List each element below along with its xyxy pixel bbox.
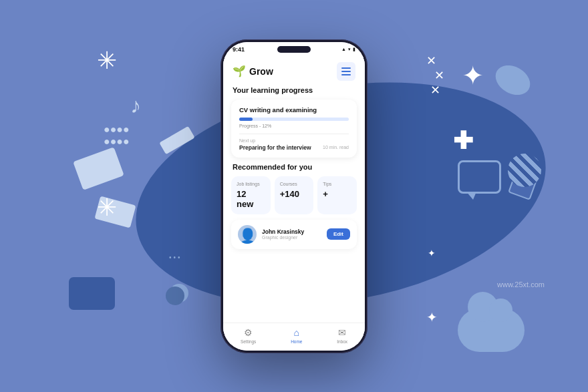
nav-home[interactable]: ⌂ Home: [291, 327, 302, 344]
avatar: 👤: [238, 225, 257, 244]
sparkle-icon-bl: ✳: [97, 194, 117, 222]
profile-info: John Krasinsky Graphic designer: [262, 228, 321, 240]
settings-icon: ⚙: [244, 327, 253, 338]
hamburger-icon: [341, 67, 351, 75]
divider: [239, 134, 349, 134]
progress-card: CV writing and examining Progress - 12% …: [231, 100, 357, 158]
next-up-row: Preparing for the interview 10 min. read: [239, 144, 349, 151]
rec-card-jobs[interactable]: Job listings 12 new: [231, 176, 271, 214]
menu-line-2: [341, 71, 351, 72]
bottom-nav: ⚙ Settings ⌂ Home ✉ Inbox: [223, 323, 365, 345]
menu-line-1: [341, 67, 351, 69]
wifi-icon: ▾: [348, 47, 351, 52]
rec-card-courses[interactable]: Courses +140: [275, 176, 314, 214]
sparkle-icon-tr: ✦: [462, 60, 484, 91]
rec-card-tips[interactable]: Tips +: [317, 176, 357, 214]
rec-card-jobs-value: 12 new: [237, 189, 265, 209]
signal-icon: ▲: [341, 47, 346, 51]
inbox-icon: ✉: [338, 327, 346, 338]
avatar-figure: 👤: [239, 229, 257, 244]
cross-icon-tr: ✕✕✕: [426, 53, 444, 97]
battery-icon: ▮: [353, 47, 355, 52]
watermark: www.25xt.com: [497, 280, 545, 288]
app-content: 🌱 Grow Your learning progress CV wri: [223, 55, 365, 345]
rec-card-jobs-label: Job listings: [237, 182, 265, 186]
diamond-icon-sm: ✦: [428, 248, 436, 258]
music-icon: ♪: [130, 93, 141, 118]
phone-frame: 9:41 ▲ ▾ ▮ 🌱 Grow: [220, 39, 368, 353]
app-logo: 🌱 Grow: [233, 65, 273, 77]
dots-right: •••: [169, 254, 182, 261]
striped-ball-decoration: [508, 154, 541, 187]
progress-bar-track: [239, 118, 349, 121]
profile-role: Graphic designer: [262, 235, 321, 240]
logo-icon: 🌱: [233, 65, 246, 77]
progress-section-title: Your learning progress: [223, 86, 365, 100]
dynamic-island: [277, 46, 311, 53]
profile-card: 👤 John Krasinsky Graphic designer Edit: [231, 220, 357, 249]
rec-card-tips-label: Tips: [323, 182, 351, 186]
chat-bubble-left: [67, 275, 117, 312]
moon-decoration: [166, 286, 184, 305]
nav-settings-label: Settings: [241, 339, 257, 344]
cloud-decoration: [458, 309, 525, 352]
recommended-section-title: Recommended for you: [223, 163, 365, 176]
menu-line-3: [341, 74, 351, 75]
status-time: 9:41: [233, 46, 245, 53]
logo-text: Grow: [249, 66, 273, 77]
dots-decoration: ●●●●●●●●: [104, 124, 130, 148]
rec-card-courses-value: +140: [280, 189, 309, 199]
nav-settings[interactable]: ⚙ Settings: [241, 327, 257, 344]
nav-inbox[interactable]: ✉ Inbox: [337, 327, 347, 344]
edit-profile-button[interactable]: Edit: [327, 228, 350, 240]
phone-screen: 9:41 ▲ ▾ ▮ 🌱 Grow: [223, 42, 365, 351]
progress-card-title: CV writing and examining: [239, 106, 349, 114]
nav-inbox-label: Inbox: [337, 339, 347, 344]
sparkle-icon-br: ✦: [426, 309, 438, 325]
chat-bubble-right: [458, 160, 501, 194]
next-up-time: 10 min. read: [323, 145, 349, 150]
next-up-label: Next up: [239, 138, 349, 143]
plus-icon-right: ✚: [453, 127, 473, 155]
recommended-cards: Job listings 12 new Courses +140 Tips +: [223, 176, 365, 220]
app-header: 🌱 Grow: [223, 55, 365, 86]
home-icon: ⌂: [294, 327, 299, 338]
sparkle-icon-tl: ✳: [97, 47, 117, 75]
profile-name: John Krasinsky: [262, 228, 321, 235]
progress-bar-fill: [239, 118, 253, 121]
phone-body: 9:41 ▲ ▾ ▮ 🌱 Grow: [220, 39, 368, 353]
rec-card-courses-label: Courses: [280, 182, 309, 186]
progress-label: Progress - 12%: [239, 124, 349, 128]
menu-button[interactable]: [337, 62, 355, 81]
nav-home-label: Home: [291, 339, 302, 344]
next-up-text: Preparing for the interview: [239, 144, 311, 151]
status-icons: ▲ ▾ ▮: [341, 47, 355, 52]
rec-card-tips-value: +: [323, 189, 351, 199]
